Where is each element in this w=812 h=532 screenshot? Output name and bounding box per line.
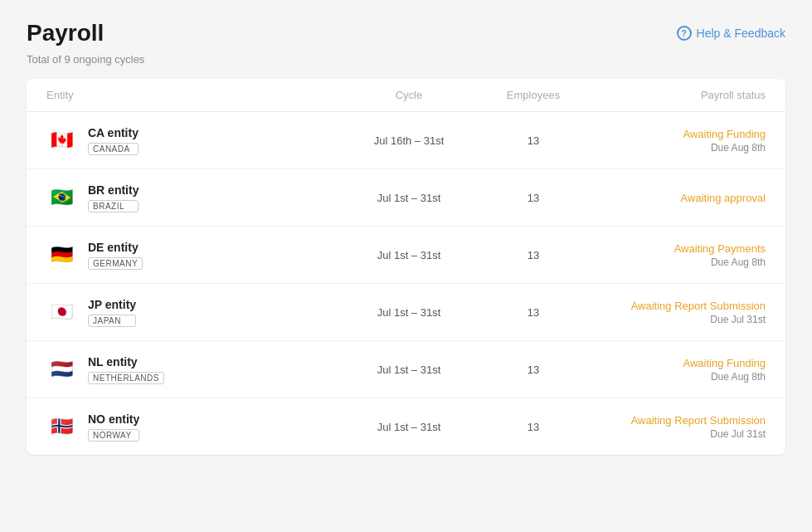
entity-cell: 🇨🇦 CA entity CANADA	[46, 125, 334, 155]
employees-cell: 13	[484, 134, 583, 147]
table-body: 🇨🇦 CA entity CANADA Jul 16th – 31st 13 A…	[27, 112, 785, 455]
subtitle: Total of 9 ongoing cycles	[27, 53, 785, 66]
country-badge: NORWAY	[88, 429, 139, 442]
status-primary: Awaiting Funding	[583, 357, 766, 369]
col-status: Payroll status	[583, 89, 766, 101]
entity-cell: 🇧🇷 BR entity BRAZIL	[46, 183, 334, 212]
table-row[interactable]: 🇩🇪 DE entity GERMANY Jul 1st – 31st 13 A…	[27, 227, 785, 284]
cycle-cell: Jul 1st – 31st	[334, 421, 484, 433]
status-secondary: Due Aug 8th	[583, 256, 766, 268]
col-cycle: Cycle	[334, 89, 484, 101]
entity-name: JP entity	[88, 298, 136, 311]
status-secondary: Due Aug 8th	[583, 371, 766, 383]
payroll-table: Entity Cycle Employees Payroll status 🇨🇦…	[27, 79, 785, 455]
status-cell: Awaiting Report Submission Due Jul 31st	[583, 300, 766, 325]
cycle-cell: Jul 1st – 31st	[334, 249, 484, 261]
entity-name: NO entity	[88, 412, 139, 426]
entity-info: DE entity GERMANY	[88, 241, 143, 270]
entity-name: DE entity	[88, 241, 143, 254]
flag-ca: 🇨🇦	[46, 125, 76, 155]
entity-cell: 🇳🇴 NO entity NORWAY	[46, 412, 334, 442]
col-entity: Entity	[46, 89, 334, 101]
entity-name: NL entity	[88, 355, 164, 368]
entity-cell: 🇯🇵 JP entity JAPAN	[46, 297, 334, 327]
status-primary: Awaiting Funding	[583, 128, 766, 140]
status-primary: Awaiting Report Submission	[583, 300, 766, 312]
entity-cell: 🇳🇱 NL entity NETHERLANDS	[46, 354, 334, 384]
page-header: Payroll ? Help & Feedback	[27, 20, 785, 46]
status-primary: Awaiting Payments	[583, 242, 766, 255]
help-icon: ?	[677, 26, 692, 41]
col-employees: Employees	[484, 89, 583, 101]
status-cell: Awaiting Funding Due Aug 8th	[583, 128, 766, 154]
country-badge: JAPAN	[88, 315, 136, 327]
table-header: Entity Cycle Employees Payroll status	[27, 79, 785, 112]
status-primary: Awaiting approval	[583, 192, 766, 204]
flag-no: 🇳🇴	[46, 412, 76, 442]
country-badge: NETHERLANDS	[88, 372, 164, 384]
country-badge: GERMANY	[88, 257, 143, 270]
flag-nl: 🇳🇱	[46, 354, 76, 384]
flag-jp: 🇯🇵	[46, 297, 76, 327]
entity-name: BR entity	[88, 183, 139, 197]
status-cell: Awaiting Report Submission Due Jul 31st	[583, 414, 766, 440]
entity-cell: 🇩🇪 DE entity GERMANY	[46, 240, 334, 270]
table-row[interactable]: 🇳🇴 NO entity NORWAY Jul 1st – 31st 13 Aw…	[27, 398, 785, 455]
country-badge: CANADA	[88, 143, 139, 155]
table-row[interactable]: 🇳🇱 NL entity NETHERLANDS Jul 1st – 31st …	[27, 341, 785, 398]
table-row[interactable]: 🇧🇷 BR entity BRAZIL Jul 1st – 31st 13 Aw…	[27, 169, 785, 227]
cycle-cell: Jul 16th – 31st	[334, 134, 484, 147]
entity-info: NO entity NORWAY	[88, 412, 139, 442]
status-secondary: Due Aug 8th	[583, 142, 766, 154]
page-title: Payroll	[27, 20, 104, 46]
entity-info: BR entity BRAZIL	[88, 183, 139, 212]
status-primary: Awaiting Report Submission	[583, 414, 766, 427]
help-feedback-link[interactable]: ? Help & Feedback	[677, 26, 785, 41]
entity-info: NL entity NETHERLANDS	[88, 355, 164, 384]
cycle-cell: Jul 1st – 31st	[334, 192, 484, 204]
help-label: Help & Feedback	[697, 27, 785, 40]
cycle-cell: Jul 1st – 31st	[334, 306, 484, 319]
table-row[interactable]: 🇨🇦 CA entity CANADA Jul 16th – 31st 13 A…	[27, 112, 785, 169]
country-badge: BRAZIL	[88, 200, 139, 212]
entity-name: CA entity	[88, 126, 139, 139]
employees-cell: 13	[484, 364, 583, 376]
table-row[interactable]: 🇯🇵 JP entity JAPAN Jul 1st – 31st 13 Awa…	[27, 284, 785, 341]
status-cell: Awaiting approval	[583, 192, 766, 204]
flag-br: 🇧🇷	[46, 183, 76, 212]
status-cell: Awaiting Funding Due Aug 8th	[583, 357, 766, 383]
status-cell: Awaiting Payments Due Aug 8th	[583, 242, 766, 268]
employees-cell: 13	[484, 421, 583, 433]
entity-info: CA entity CANADA	[88, 126, 139, 155]
page-container: Payroll ? Help & Feedback Total of 9 ong…	[0, 0, 812, 532]
employees-cell: 13	[484, 192, 583, 204]
employees-cell: 13	[484, 249, 583, 261]
cycle-cell: Jul 1st – 31st	[334, 364, 484, 376]
status-secondary: Due Jul 31st	[583, 428, 766, 440]
status-secondary: Due Jul 31st	[583, 314, 766, 325]
entity-info: JP entity JAPAN	[88, 298, 136, 327]
employees-cell: 13	[484, 306, 583, 319]
flag-de: 🇩🇪	[46, 240, 76, 270]
